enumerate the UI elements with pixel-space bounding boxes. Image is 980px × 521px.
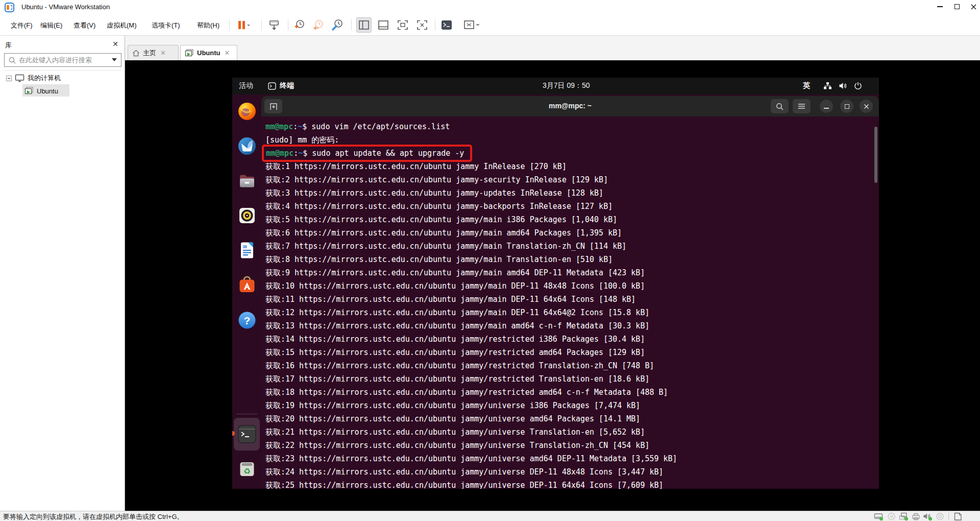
- thunderbird-icon[interactable]: [237, 136, 257, 156]
- terminal-close-button[interactable]: [860, 100, 873, 113]
- files-icon[interactable]: [237, 171, 257, 191]
- dock-separator: [236, 414, 257, 414]
- tree-item-ubuntu[interactable]: Ubuntu: [24, 85, 58, 97]
- vm-icon: [185, 49, 194, 57]
- input-method-indicator[interactable]: 英: [803, 81, 810, 90]
- cd-rom-icon[interactable]: [887, 512, 896, 521]
- search-icon: [776, 103, 783, 110]
- terminal-menu-button[interactable]: [793, 99, 811, 113]
- ubuntu-software-icon[interactable]: [237, 275, 257, 295]
- library-search-input[interactable]: [19, 56, 112, 64]
- tab-home[interactable]: 主页 ✕: [128, 45, 179, 60]
- terminal-output-line: 获取:6 https://mirrors.ustc.edu.cn/ubuntu …: [265, 226, 879, 240]
- menu-tabs[interactable]: 选项卡(T): [149, 19, 183, 32]
- show-thumbnail-bar-button[interactable]: [376, 17, 391, 33]
- terminal-scrollbar-thumb[interactable]: [874, 127, 877, 183]
- fullscreen-button[interactable]: [395, 17, 410, 33]
- tab-close-icon[interactable]: ✕: [159, 49, 167, 57]
- network-adapter-icon[interactable]: [899, 512, 909, 521]
- close-button[interactable]: [965, 0, 980, 13]
- help-icon[interactable]: ?: [237, 310, 257, 330]
- stretch-guest-button[interactable]: [460, 17, 483, 33]
- terminal-output-line: 获取:19 https://mirrors.ustc.edu.cn/ubuntu…: [265, 399, 879, 412]
- network-icon[interactable]: [823, 82, 832, 90]
- sound-icon[interactable]: [923, 512, 933, 521]
- terminal-command-line: mm@mpc:~$ sudo apt update && apt upgrade…: [265, 147, 879, 160]
- terminal-output-line: 获取:12 https://mirrors.ustc.edu.cn/ubuntu…: [265, 306, 879, 319]
- terminal-output-line: 获取:7 https://mirrors.ustc.edu.cn/ubuntu …: [265, 240, 879, 253]
- search-dropdown-icon[interactable]: [112, 58, 117, 62]
- focused-app-name[interactable]: 终端: [280, 81, 294, 90]
- message-log-icon[interactable]: [953, 512, 962, 521]
- maximize-button[interactable]: [948, 0, 966, 13]
- tab-close-icon[interactable]: ✕: [223, 49, 231, 57]
- window-title: Ubuntu - VMware Workstation: [21, 3, 110, 11]
- console-view-button[interactable]: [439, 17, 454, 33]
- terminal-output-line: 获取:5 https://mirrors.ustc.edu.cn/ubuntu …: [265, 213, 879, 226]
- show-library-button[interactable]: [356, 17, 372, 33]
- clock-label[interactable]: 3月7日 09：50: [543, 81, 590, 90]
- menu-help[interactable]: 帮助(H): [194, 19, 223, 32]
- trash-icon[interactable]: ♻: [237, 459, 257, 479]
- library-panel: 库 ✕ 我的计算机: [0, 36, 125, 511]
- ubuntu-dock: ? ♻: [232, 94, 261, 489]
- terminal-dock-icon[interactable]: [237, 424, 257, 444]
- terminal-output-line: 获取:16 https://mirrors.ustc.edu.cn/ubuntu…: [265, 359, 879, 372]
- terminal-maximize-button[interactable]: [840, 100, 853, 113]
- tree-item-my-computer[interactable]: 我的计算机: [6, 73, 61, 84]
- terminal-search-button[interactable]: [771, 99, 789, 113]
- svg-text:?: ?: [244, 315, 251, 326]
- library-title: 库: [5, 41, 12, 50]
- collapse-icon[interactable]: [6, 76, 12, 81]
- terminal-output-line: 获取:25 https://mirrors.ustc.edu.cn/ubuntu…: [265, 479, 879, 489]
- svg-text:♻: ♻: [243, 466, 251, 476]
- menu-edit[interactable]: 编辑(E): [37, 19, 65, 32]
- terminal-minimize-button[interactable]: [820, 100, 833, 113]
- terminal-output-line: 获取:13 https://mirrors.ustc.edu.cn/ubuntu…: [265, 319, 879, 333]
- terminal-output-line: 获取:2 https://mirrors.ustc.edu.cn/ubuntu …: [265, 173, 879, 186]
- menu-view[interactable]: 查看(V): [70, 19, 99, 32]
- terminal-output-line: 获取:15 https://mirrors.ustc.edu.cn/ubuntu…: [265, 346, 879, 359]
- vm-display-area: 活动 终端 3月7日 09：50 英: [125, 60, 980, 511]
- revert-snapshot-button[interactable]: [311, 17, 326, 33]
- firefox-icon[interactable]: [237, 101, 257, 122]
- printer-icon[interactable]: [912, 512, 920, 521]
- pause-button[interactable]: [234, 17, 254, 33]
- status-bar: 要将输入定向到该虚拟机，请在虚拟机内部单击或按 Ctrl+G。: [0, 511, 980, 521]
- volume-icon[interactable]: [839, 82, 847, 90]
- unity-button[interactable]: [414, 17, 430, 33]
- take-snapshot-button[interactable]: [292, 17, 307, 33]
- status-message: 要将输入定向到该虚拟机，请在虚拟机内部单击或按 Ctrl+G。: [3, 512, 184, 521]
- libreoffice-writer-icon[interactable]: [237, 240, 257, 260]
- terminal-output-line: 获取:3 https://mirrors.ustc.edu.cn/ubuntu …: [265, 186, 879, 200]
- ubuntu-screen: 活动 终端 3月7日 09：50 英: [232, 78, 879, 489]
- manage-snapshots-button[interactable]: [330, 17, 345, 33]
- red-highlight-annotation: mm@mpc:~$ sudo apt update && apt upgrade…: [262, 145, 472, 162]
- terminal-output-line: 获取:11 https://mirrors.ustc.edu.cn/ubuntu…: [265, 293, 879, 306]
- terminal-output-line: 获取:10 https://mirrors.ustc.edu.cn/ubuntu…: [265, 279, 879, 293]
- gnome-top-bar: 活动 终端 3月7日 09：50 英: [232, 78, 879, 94]
- terminal-output-line: 获取:23 https://mirrors.ustc.edu.cn/ubuntu…: [265, 452, 879, 465]
- terminal-output-line: 获取:9 https://mirrors.ustc.edu.cn/ubuntu …: [265, 266, 879, 279]
- minimize-button[interactable]: [931, 0, 948, 13]
- rhythmbox-icon[interactable]: [237, 205, 257, 226]
- library-close-icon[interactable]: ✕: [110, 39, 120, 49]
- send-ctrl-alt-del-button[interactable]: [266, 17, 282, 33]
- title-bar: Ubuntu - VMware Workstation: [0, 0, 980, 14]
- library-search-box: [4, 53, 121, 67]
- terminal-output-line: 获取:20 https://mirrors.ustc.edu.cn/ubuntu…: [265, 412, 879, 425]
- computer-icon: [15, 74, 24, 82]
- search-icon: [9, 57, 16, 64]
- hard-disk-icon[interactable]: [874, 512, 884, 521]
- activities-button[interactable]: 活动: [239, 81, 253, 90]
- terminal-output-line: 获取:4 https://mirrors.ustc.edu.cn/ubuntu …: [265, 200, 879, 213]
- menu-vm[interactable]: 虚拟机(M): [104, 19, 140, 32]
- usb-device-icon[interactable]: [936, 512, 944, 521]
- terminal-output-line: 获取:22 https://mirrors.ustc.edu.cn/ubuntu…: [265, 439, 879, 452]
- tab-ubuntu[interactable]: Ubuntu ✕: [180, 45, 237, 60]
- power-icon[interactable]: [854, 82, 862, 90]
- terminal-output[interactable]: mm@mpc:~$ sudo vim /etc/apt/sources.list…: [261, 116, 879, 489]
- terminal-header-bar[interactable]: mm@mpc: ~: [261, 96, 879, 116]
- terminal-output-line: 获取:21 https://mirrors.ustc.edu.cn/ubuntu…: [265, 425, 879, 439]
- menu-file[interactable]: 文件(F): [8, 19, 36, 32]
